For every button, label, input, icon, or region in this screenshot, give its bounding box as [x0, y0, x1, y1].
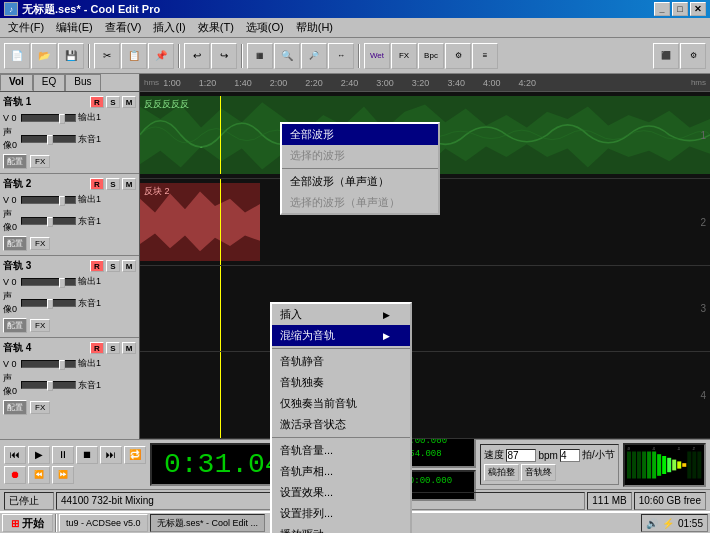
menu-help[interactable]: 帮助(H) [290, 18, 339, 37]
track-3-pan-slider[interactable] [21, 299, 76, 307]
transport-go-end[interactable]: ⏭ [100, 446, 122, 464]
ctx-mixdown[interactable]: 混缩为音轨 ▶ [272, 325, 410, 346]
track-4-mute-btn[interactable]: M [122, 342, 136, 354]
transport-pause[interactable]: ⏸ [52, 446, 74, 464]
submenu-selected-waveforms[interactable]: 选择的波形 [282, 145, 438, 166]
menu-bar: 文件(F) 编辑(E) 查看(V) 插入(I) 效果(T) 选项(O) 帮助(H… [0, 18, 710, 38]
menu-insert[interactable]: 插入(I) [147, 18, 191, 37]
ctx-pan[interactable]: 音轨声相... [272, 461, 410, 482]
track-1-fx-btn[interactable]: FX [30, 155, 50, 168]
transport-go-start[interactable]: ⏮ [4, 446, 26, 464]
track-3-fx-btn[interactable]: FX [30, 319, 50, 332]
toolbar-undo[interactable]: ↩ [184, 43, 210, 69]
menu-options[interactable]: 选项(O) [240, 18, 290, 37]
toolbar-bpm[interactable]: Bpc [418, 43, 444, 69]
ctx-insert[interactable]: 插入 ▶ [272, 304, 410, 325]
taskbar-cool-edit[interactable]: 无标题.ses* - Cool Edit ... [150, 514, 266, 532]
ctx-mute[interactable]: 音轨静音 [272, 351, 410, 372]
toolbar-zoom-in[interactable]: 🔍 [274, 43, 300, 69]
tab-eq[interactable]: EQ [33, 74, 65, 91]
minimize-btn[interactable]: _ [654, 2, 670, 16]
start-button[interactable]: ⊞ 开始 [2, 514, 53, 532]
tab-bus[interactable]: Bus [65, 74, 100, 91]
tempo-snap-btn[interactable]: 稿拍整 [484, 464, 519, 481]
menu-effects[interactable]: 效果(T) [192, 18, 240, 37]
toolbar-extra2[interactable]: ≡ [472, 43, 498, 69]
toolbar-select[interactable]: ▦ [247, 43, 273, 69]
toolbar-extra3[interactable]: ⚙ [680, 43, 706, 69]
submenu-selected-mono[interactable]: 选择的波形（单声道） [282, 192, 438, 213]
track-3-mute-btn[interactable]: M [122, 260, 136, 272]
track-4-waveform[interactable]: 4 [140, 352, 710, 439]
menu-view[interactable]: 查看(V) [99, 18, 148, 37]
track-1-mute-btn[interactable]: M [122, 96, 136, 108]
toolbar-cut[interactable]: ✂ [94, 43, 120, 69]
toolbar-redo[interactable]: ↪ [211, 43, 237, 69]
toolbar-new[interactable]: 📄 [4, 43, 30, 69]
track-3-vol-slider[interactable] [21, 278, 76, 286]
toolbar-fx2[interactable]: FX [391, 43, 417, 69]
toolbar-move[interactable]: ↔ [328, 43, 354, 69]
toolbar-zoom-out[interactable]: 🔎 [301, 43, 327, 69]
taskbar-acdsee[interactable]: tu9 - ACDSee v5.0 [59, 514, 148, 532]
track-2-pan-slider[interactable] [21, 217, 76, 225]
submenu-all-waveforms[interactable]: 全部波形 [282, 124, 438, 145]
vu-meter-area: -69 -45 -21 -57 [623, 443, 706, 487]
track-4-vol-slider[interactable] [21, 360, 76, 368]
transport-record[interactable]: ⏺ [4, 466, 26, 484]
track-1-vol-slider[interactable] [21, 114, 76, 122]
toolbar-copy[interactable]: 📋 [121, 43, 147, 69]
ctx-solo-current[interactable]: 仅独奏当前音轨 [272, 393, 410, 414]
track-3-waveform[interactable]: 3 [140, 266, 710, 353]
menu-edit[interactable]: 编辑(E) [50, 18, 99, 37]
track-4-fx-btn[interactable]: FX [30, 401, 50, 414]
track-2-audio-block[interactable]: 反块 2 [140, 183, 260, 261]
track-2-fx-btn[interactable]: FX [30, 237, 50, 250]
ctx-solo[interactable]: 音轨独奏 [272, 372, 410, 393]
toolbar-paste[interactable]: 📌 [148, 43, 174, 69]
transport-stop[interactable]: ⏹ [76, 446, 98, 464]
maximize-btn[interactable]: □ [672, 2, 688, 16]
ctx-arm[interactable]: 激活录音状态 [272, 414, 410, 435]
track-2-vol-slider[interactable] [21, 196, 76, 204]
toolbar-extra1[interactable]: ⚙ [445, 43, 471, 69]
menu-file[interactable]: 文件(F) [2, 18, 50, 37]
track-4-record-btn[interactable]: R [90, 342, 104, 354]
submenu-all-mono[interactable]: 全部波形（单声道） [282, 171, 438, 192]
tempo-bpm-input[interactable] [506, 449, 536, 462]
tempo-end-btn[interactable]: 音轨终 [521, 464, 556, 481]
tabs-container: Vol EQ Bus [0, 74, 140, 91]
track-1-audio-label: 反反反反反 [144, 98, 189, 111]
transport-play[interactable]: ▶ [28, 446, 50, 464]
track-1-record-btn[interactable]: R [90, 96, 104, 108]
track-4-config-btn[interactable]: 配置 [3, 400, 27, 415]
tempo-beat-input[interactable] [560, 449, 580, 462]
track-2-config-btn[interactable]: 配置 [3, 236, 27, 251]
ctx-volume[interactable]: 音轨音量... [272, 440, 410, 461]
ruler-tick-420: 4:20 [518, 78, 536, 88]
toolbar-save[interactable]: 💾 [58, 43, 84, 69]
track-3-solo-btn[interactable]: S [106, 260, 120, 272]
track-3-config-btn[interactable]: 配置 [3, 318, 27, 333]
track-1-solo-btn[interactable]: S [106, 96, 120, 108]
title-controls[interactable]: _ □ ✕ [654, 2, 706, 16]
toolbar-rec[interactable]: ⬛ [653, 43, 679, 69]
close-btn[interactable]: ✕ [690, 2, 706, 16]
track-2-record-btn[interactable]: R [90, 178, 104, 190]
track-1-pan-slider[interactable] [21, 135, 76, 143]
track-4-pan-slider[interactable] [21, 381, 76, 389]
track-3-record-btn[interactable]: R [90, 260, 104, 272]
toolbar-fx1[interactable]: Wet [364, 43, 390, 69]
track-4-solo-btn[interactable]: S [106, 342, 120, 354]
track-2-mute-btn[interactable]: M [122, 178, 136, 190]
track-1-config-btn[interactable]: 配置 [3, 154, 27, 169]
track-2-solo-btn[interactable]: S [106, 178, 120, 190]
transport-extra2[interactable]: ⏩ [52, 466, 74, 484]
ctx-arrangement[interactable]: 设置排列... [272, 503, 410, 524]
transport-extra1[interactable]: ⏪ [28, 466, 50, 484]
tab-vol[interactable]: Vol [0, 74, 33, 91]
ctx-playback[interactable]: 播放驱动... [272, 524, 410, 533]
transport-loop[interactable]: 🔁 [124, 446, 146, 464]
ctx-effects[interactable]: 设置效果... [272, 482, 410, 503]
toolbar-open[interactable]: 📂 [31, 43, 57, 69]
